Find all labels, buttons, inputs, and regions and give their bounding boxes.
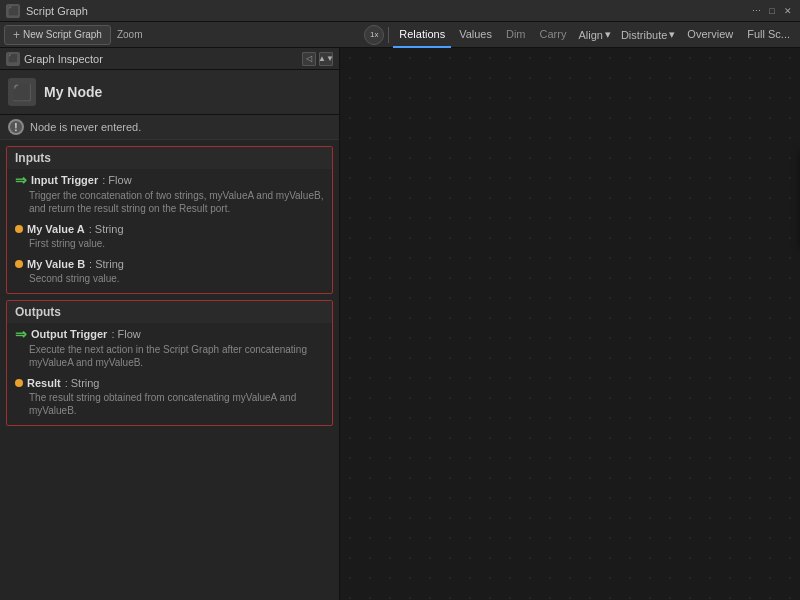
inputs-section-header: Inputs — [7, 147, 332, 169]
tab-carry[interactable]: Carry — [534, 22, 573, 48]
node-icon: ⬛ — [8, 78, 36, 106]
inspector-title: Graph Inspector — [24, 53, 103, 65]
zoom-label: Zoom — [113, 29, 147, 40]
close-button[interactable]: ✕ — [782, 5, 794, 17]
expand-panel-button[interactable]: ▲▼ — [319, 52, 333, 66]
inspector-panel-icon: ⬛ — [6, 52, 20, 66]
window-controls: ⋯ □ ✕ — [750, 5, 794, 17]
toolbar: + New Script Graph Zoom 1x Relations Val… — [0, 22, 800, 48]
graph-canvas[interactable]: ⬛ My Node ⇒ Input Trigger Output Trigger… — [340, 48, 800, 600]
align-dropdown[interactable]: Align ▾ — [574, 28, 614, 41]
minimize-button[interactable]: □ — [766, 5, 778, 17]
input-trigger-desc: Trigger the concatenation of two strings… — [29, 189, 324, 215]
tab-overview[interactable]: Overview — [681, 22, 739, 48]
outputs-section-body: ⇒ Output Trigger : Flow Execute the next… — [7, 323, 332, 425]
main-layout: ⬛ Graph Inspector ◁ ▲▼ ⬛ My Node ! Node … — [0, 48, 800, 600]
input-trigger-header: ⇒ Input Trigger : Flow — [15, 173, 324, 187]
inspector-header: ⬛ Graph Inspector ◁ ▲▼ — [0, 48, 339, 70]
output-trigger-name: Output Trigger — [31, 328, 107, 340]
result-param: Result : String The result string obtain… — [15, 377, 324, 417]
tab-values[interactable]: Values — [453, 22, 498, 48]
new-script-graph-button[interactable]: + New Script Graph — [4, 25, 111, 45]
node-header: ⬛ My Node — [0, 70, 339, 115]
input-trigger-name: Input Trigger — [31, 174, 98, 186]
flow-arrow-icon: ⇒ — [15, 173, 27, 187]
result-name: Result — [27, 377, 61, 389]
result-desc: The result string obtained from concaten… — [29, 391, 324, 417]
output-trigger-type: : Flow — [111, 328, 140, 340]
result-dot-icon — [15, 379, 23, 387]
left-panel: ⬛ Graph Inspector ◁ ▲▼ ⬛ My Node ! Node … — [0, 48, 340, 600]
my-value-a-type: : String — [89, 223, 124, 235]
app-title: Script Graph — [26, 5, 88, 17]
inputs-section: Inputs ⇒ Input Trigger : Flow Trigger th… — [6, 146, 333, 294]
value-dot-b-icon — [15, 260, 23, 268]
chevron-down-icon: ▾ — [669, 28, 675, 41]
tab-fullscreen[interactable]: Full Sc... — [741, 22, 796, 48]
my-value-a-name: My Value A — [27, 223, 85, 235]
my-value-b-type: : String — [89, 258, 124, 270]
my-value-b-header: My Value B : String — [15, 258, 324, 270]
result-header: Result : String — [15, 377, 324, 389]
tab-dim[interactable]: Dim — [500, 22, 532, 48]
my-value-b-param: My Value B : String Second string value. — [15, 258, 324, 285]
tab-relations[interactable]: Relations — [393, 22, 451, 48]
toolbar-separator — [388, 27, 389, 43]
input-trigger-param: ⇒ Input Trigger : Flow Trigger the conca… — [15, 173, 324, 215]
my-value-a-desc: First string value. — [29, 237, 324, 250]
value-dot-icon — [15, 225, 23, 233]
collapse-panel-button[interactable]: ◁ — [302, 52, 316, 66]
plus-icon: + — [13, 28, 20, 42]
output-trigger-param: ⇒ Output Trigger : Flow Execute the next… — [15, 327, 324, 369]
outputs-section-header: Outputs — [7, 301, 332, 323]
input-trigger-type: : Flow — [102, 174, 131, 186]
inputs-section-body: ⇒ Input Trigger : Flow Trigger the conca… — [7, 169, 332, 293]
node-name: My Node — [44, 84, 102, 100]
app-icon: ⬛ — [6, 4, 20, 18]
warning-text: Node is never entered. — [30, 121, 141, 133]
inspector-controls: ◁ ▲▼ — [302, 52, 333, 66]
output-trigger-header: ⇒ Output Trigger : Flow — [15, 327, 324, 341]
distribute-dropdown[interactable]: Distribute ▾ — [617, 28, 679, 41]
warning-icon: ! — [8, 119, 24, 135]
zoom-indicator: 1x — [364, 25, 384, 45]
output-trigger-desc: Execute the next action in the Script Gr… — [29, 343, 324, 369]
output-flow-arrow-icon: ⇒ — [15, 327, 27, 341]
result-type: : String — [65, 377, 100, 389]
chevron-down-icon: ▾ — [605, 28, 611, 41]
my-value-b-name: My Value B — [27, 258, 85, 270]
inspector-body: Inputs ⇒ Input Trigger : Flow Trigger th… — [0, 140, 339, 600]
warning-bar: ! Node is never entered. — [0, 115, 339, 140]
my-value-b-desc: Second string value. — [29, 272, 324, 285]
title-bar: ⬛ Script Graph ⋯ □ ✕ — [0, 0, 800, 22]
my-value-a-header: My Value A : String — [15, 223, 324, 235]
menu-dots-button[interactable]: ⋯ — [750, 5, 762, 17]
outputs-section: Outputs ⇒ Output Trigger : Flow Execute … — [6, 300, 333, 426]
my-value-a-param: My Value A : String First string value. — [15, 223, 324, 250]
